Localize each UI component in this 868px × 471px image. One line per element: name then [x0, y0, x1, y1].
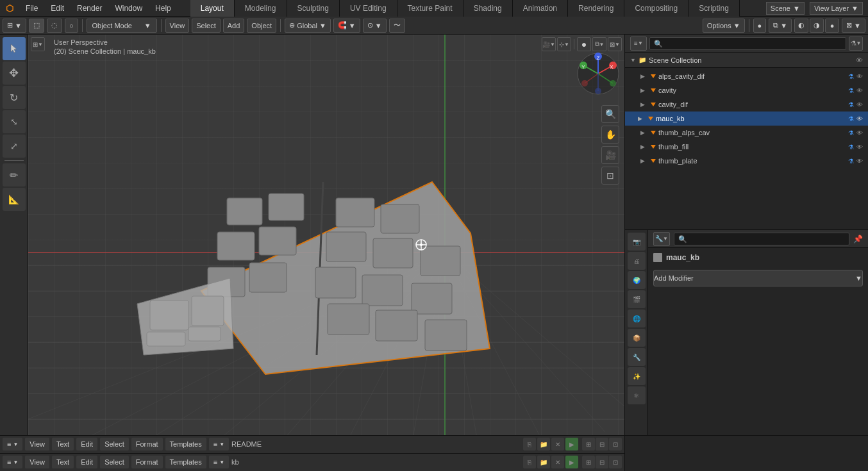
strip2-grid2[interactable]: ⊟: [596, 456, 608, 468]
strip2-play-btn[interactable]: ▶: [565, 456, 578, 468]
scene-vis-icon[interactable]: 👁: [856, 56, 863, 64]
props-tab-scene[interactable]: 🎬: [628, 290, 646, 308]
tab-modeling[interactable]: Modeling: [235, 0, 287, 17]
outliner-filter-btn[interactable]: ⚗ ▼: [849, 37, 863, 51]
strip1-play-btn[interactable]: ▶: [565, 438, 578, 450]
outliner-item-thumb-alps[interactable]: ▶ thumb_alps_cav ⚗ 👁: [625, 126, 868, 140]
tab-animation[interactable]: Animation: [513, 0, 568, 17]
scene-collection-row[interactable]: ▼ 📁 Scene Collection 👁: [625, 53, 868, 68]
vis-eye-icon7[interactable]: 👁: [856, 158, 863, 165]
tab-layout[interactable]: Layout: [190, 0, 235, 17]
tab-compositing[interactable]: Compositing: [624, 0, 689, 17]
camera-btn[interactable]: 🎥: [601, 146, 619, 164]
strip1-grid1[interactable]: ⊞: [582, 438, 595, 450]
viewport-overlay-toggle[interactable]: ⧉ ▼: [592, 37, 606, 51]
props-tab-object[interactable]: 📦: [628, 329, 646, 347]
menu-file[interactable]: File: [19, 0, 44, 17]
props-editor-type[interactable]: 🔧 ▼: [653, 232, 670, 246]
outliner-item-mauc-kb[interactable]: ▶ mauc_kb ⚗ 👁: [625, 112, 868, 126]
outliner-editor-type[interactable]: ≡ ▼: [630, 37, 647, 51]
strip1-edit[interactable]: Edit: [76, 438, 97, 450]
tab-shading[interactable]: Shading: [463, 0, 513, 17]
tab-texture-paint[interactable]: Texture Paint: [397, 0, 463, 17]
vis-eye-icon5[interactable]: 👁: [856, 129, 863, 136]
grease-btn[interactable]: 〜: [389, 19, 405, 33]
measure-tool-btn[interactable]: 📐: [3, 188, 26, 211]
strip2-view[interactable]: View: [25, 456, 49, 468]
outliner-item-cavity-dif[interactable]: ▶ cavity_dif ⚗ 👁: [625, 97, 868, 112]
menu-render[interactable]: Render: [71, 0, 108, 17]
outliner-item-alps-cavity-dif[interactable]: ▶ alps_cavity_dif ⚗ 👁: [625, 69, 868, 83]
vis-eye-icon4[interactable]: 👁: [856, 115, 863, 122]
tab-rendering[interactable]: Rendering: [568, 0, 624, 17]
transform-tool-btn[interactable]: ⤢: [3, 135, 26, 158]
object-mode-selector[interactable]: Object Mode ▼: [87, 19, 157, 33]
select-tool-btn[interactable]: [3, 37, 26, 60]
viewport-editor-type[interactable]: ⊞ ▼: [31, 37, 45, 51]
props-tab-render[interactable]: 📷: [628, 233, 646, 251]
camera-perspective-btn[interactable]: 🎥 ▼: [542, 37, 556, 51]
strip2-templates[interactable]: Templates: [165, 456, 206, 468]
add-modifier-btn[interactable]: Add Modifier ▼: [653, 270, 863, 286]
props-search[interactable]: [674, 233, 849, 245]
strip1-select[interactable]: Select: [100, 438, 129, 450]
strip2-folder-btn[interactable]: 📁: [537, 456, 550, 468]
zoom-in-btn[interactable]: 🔍: [601, 105, 619, 123]
axes-widget[interactable]: X Y Z: [576, 51, 621, 96]
move-tool-btn[interactable]: ✥: [3, 62, 26, 85]
hand-pan-btn[interactable]: ✋: [601, 126, 619, 144]
props-tab-physics[interactable]: ⚛: [628, 386, 646, 404]
outliner-item-thumb-fill[interactable]: ▶ thumb_fill ⚗ 👁: [625, 140, 868, 154]
tab-scripting[interactable]: Scripting: [689, 0, 740, 17]
props-tab-world[interactable]: 🌐: [628, 310, 646, 327]
strip1-templates[interactable]: Templates: [165, 438, 206, 450]
add-menu-btn[interactable]: Add: [223, 19, 245, 33]
view-menu-btn[interactable]: View: [165, 19, 190, 33]
strip2-grid3[interactable]: ⊡: [609, 456, 622, 468]
lasso-tool[interactable]: ◌: [47, 19, 62, 33]
tab-sculpting[interactable]: Sculpting: [287, 0, 340, 17]
viewport-xray[interactable]: ⊠ ▼: [608, 37, 622, 51]
strip1-copy-btn[interactable]: ⎘: [523, 438, 536, 450]
proportional-btn[interactable]: ⊙ ▼: [363, 19, 387, 33]
vis-eye-icon2[interactable]: 👁: [856, 87, 863, 94]
menu-window[interactable]: Window: [108, 0, 149, 17]
strip2-grid1[interactable]: ⊞: [582, 456, 595, 468]
snap-btn[interactable]: 🧲 ▼: [333, 19, 360, 33]
select-box-tool[interactable]: ⬚: [29, 19, 44, 33]
viewport-3d[interactable]: ⊞ ▼ 🎥 ▼ ⊹ ▼ ● ⧉ ▼ ⊠ ▼: [28, 35, 624, 435]
outliner-item-thumb-plate[interactable]: ▶ thumb_plate ⚗ 👁: [625, 154, 868, 168]
vis-eye-icon[interactable]: 👁: [856, 73, 863, 80]
rendered-shading[interactable]: ●: [825, 19, 839, 33]
strip2-lineno-btn[interactable]: ≡ ▼: [209, 456, 229, 468]
viewport-shading-solid[interactable]: ●: [577, 37, 591, 51]
strip1-folder-btn[interactable]: 📁: [537, 438, 550, 450]
strip2-text[interactable]: Text: [52, 456, 74, 468]
strip1-view[interactable]: View: [25, 438, 49, 450]
view-layer-selector[interactable]: View Layer ▼: [810, 2, 863, 15]
select-menu-btn[interactable]: Select: [192, 19, 221, 33]
menu-edit[interactable]: Edit: [44, 0, 71, 17]
strip2-editor-type[interactable]: ≡ ▼: [3, 456, 22, 468]
strip2-select[interactable]: Select: [100, 456, 129, 468]
strip1-grid2[interactable]: ⊟: [596, 438, 608, 450]
editor-type-btn[interactable]: ⊞ ▼: [3, 19, 26, 33]
vis-eye-icon6[interactable]: 👁: [856, 144, 863, 151]
props-pin-btn[interactable]: 📌: [853, 235, 863, 244]
props-tab-view[interactable]: 🌍: [628, 271, 646, 289]
transform-global-btn[interactable]: ⊕ Global ▼: [285, 19, 331, 33]
strip1-editor-type[interactable]: ≡ ▼: [3, 438, 22, 450]
object-menu-btn[interactable]: Object: [247, 19, 276, 33]
viewport-overlay-btn[interactable]: ⧉ ▼: [769, 19, 792, 33]
options-btn[interactable]: Options ▼: [703, 19, 745, 33]
props-tab-particles[interactable]: ✨: [628, 367, 646, 385]
strip1-format[interactable]: Format: [131, 438, 163, 450]
strip1-text[interactable]: Text: [52, 438, 74, 450]
xray-btn[interactable]: ⊠ ▼: [842, 19, 865, 33]
scale-tool-btn[interactable]: ⤡: [3, 110, 26, 133]
gizmo-btn[interactable]: ⊹ ▼: [557, 37, 571, 51]
strip1-grid3[interactable]: ⊡: [609, 438, 622, 450]
strip2-close-btn[interactable]: ✕: [551, 456, 564, 468]
tab-uv-editing[interactable]: UV Editing: [340, 0, 397, 17]
props-tab-output[interactable]: 🖨: [628, 252, 646, 270]
